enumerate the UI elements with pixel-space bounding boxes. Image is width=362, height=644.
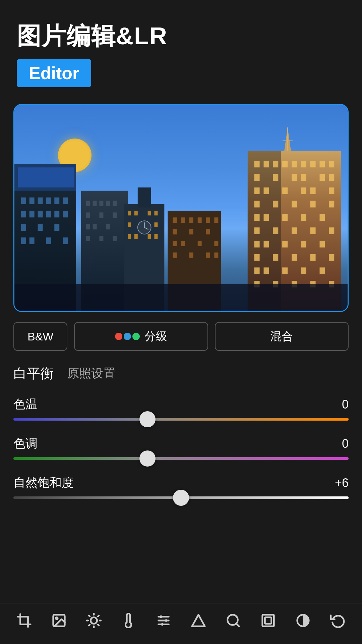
tint-track[interactable] (13, 457, 349, 460)
svg-point-148 (161, 623, 164, 626)
svg-rect-33 (106, 224, 110, 230)
shape-button[interactable] (191, 613, 206, 631)
svg-rect-80 (301, 161, 306, 168)
svg-rect-152 (262, 615, 274, 627)
svg-rect-29 (99, 213, 103, 218)
svg-rect-116 (254, 254, 260, 261)
svg-rect-125 (320, 268, 325, 274)
svg-rect-48 (128, 234, 131, 239)
svg-rect-13 (54, 211, 59, 218)
controls-panel: B&W 分级 混合 白平衡 原照设置 色温 0 色调 0 (0, 322, 362, 499)
svg-rect-84 (254, 174, 260, 181)
svg-rect-7 (54, 198, 59, 204)
svg-rect-97 (273, 201, 278, 208)
svg-rect-98 (292, 201, 297, 208)
temp-thumb[interactable] (139, 411, 156, 427)
svg-rect-51 (154, 234, 158, 239)
temp-label: 色温 (13, 396, 38, 413)
svg-rect-5 (38, 198, 43, 204)
vibrance-label: 自然饱和度 (13, 475, 74, 491)
svg-rect-16 (38, 224, 43, 231)
svg-rect-50 (148, 234, 151, 239)
svg-rect-6 (46, 198, 51, 204)
grading-tab-label: 分级 (144, 329, 167, 344)
svg-rect-67 (189, 253, 193, 258)
light-button[interactable] (86, 613, 102, 631)
triangle-icon (191, 613, 206, 631)
svg-rect-64 (198, 241, 202, 246)
svg-rect-2 (18, 168, 74, 188)
svg-rect-115 (320, 241, 325, 248)
crop-button[interactable] (16, 613, 32, 631)
svg-rect-58 (214, 218, 218, 223)
svg-rect-78 (282, 161, 288, 168)
image-icon (51, 613, 67, 631)
light-icon (86, 613, 102, 631)
svg-rect-59 (173, 229, 177, 234)
svg-rect-75 (254, 161, 260, 168)
svg-rect-108 (292, 228, 297, 234)
svg-rect-14 (63, 211, 68, 218)
tint-label: 色调 (13, 435, 38, 452)
adjust-button[interactable] (156, 613, 171, 631)
svg-rect-46 (128, 223, 131, 227)
svg-rect-63 (181, 241, 185, 246)
vibrance-thumb[interactable] (173, 490, 189, 506)
svg-rect-69 (214, 253, 218, 258)
svg-rect-122 (264, 268, 269, 274)
svg-rect-45 (154, 211, 158, 216)
svg-rect-109 (310, 228, 316, 234)
svg-rect-111 (254, 241, 260, 248)
svg-rect-100 (329, 201, 334, 208)
svg-rect-30 (113, 213, 117, 218)
svg-rect-76 (264, 161, 269, 168)
vibrance-track[interactable] (13, 496, 349, 499)
white-balance-value: 原照设置 (67, 365, 115, 382)
svg-rect-114 (301, 241, 306, 248)
temp-value: 0 (342, 397, 349, 412)
svg-line-141 (89, 625, 90, 626)
tint-slider-row: 色调 0 (13, 435, 349, 460)
svg-marker-149 (192, 615, 205, 627)
svg-rect-49 (134, 234, 138, 239)
svg-rect-61 (206, 229, 210, 234)
svg-rect-42 (128, 211, 131, 216)
svg-rect-4 (29, 198, 35, 204)
svg-rect-88 (320, 174, 325, 181)
temperature-button[interactable] (121, 613, 136, 631)
svg-rect-23 (86, 201, 90, 206)
svg-rect-53 (173, 218, 177, 223)
svg-rect-55 (189, 218, 193, 223)
svg-point-147 (165, 619, 168, 622)
adjust-icon (156, 613, 171, 631)
blend-tab[interactable]: 混合 (215, 322, 349, 351)
svg-rect-79 (292, 161, 297, 168)
white-balance-row: 白平衡 原照设置 (13, 364, 349, 383)
svg-rect-15 (21, 224, 26, 231)
temp-track[interactable] (13, 418, 349, 421)
zoom-button[interactable] (226, 613, 241, 631)
mode-tabs: B&W 分级 混合 (13, 322, 349, 351)
image-button[interactable] (51, 613, 67, 631)
bw-tab[interactable]: B&W (13, 322, 67, 351)
svg-rect-83 (329, 161, 334, 168)
svg-rect-57 (206, 218, 210, 223)
editor-badge: Editor (17, 59, 91, 87)
svg-rect-81 (310, 161, 316, 168)
bottom-toolbar (0, 603, 362, 644)
undo-button[interactable] (330, 613, 346, 631)
svg-rect-9 (21, 211, 26, 218)
svg-point-134 (90, 617, 97, 624)
circle-button[interactable] (295, 613, 311, 631)
svg-rect-118 (292, 254, 297, 261)
tint-thumb[interactable] (139, 450, 156, 467)
svg-rect-131 (14, 284, 348, 311)
frame-button[interactable] (260, 613, 276, 631)
vibrance-slider-row: 自然饱和度 +6 (13, 475, 349, 499)
svg-line-137 (89, 615, 90, 616)
svg-rect-31 (86, 224, 90, 230)
grading-tab[interactable]: 分级 (74, 322, 208, 351)
grading-icon (115, 333, 140, 340)
svg-rect-85 (273, 174, 278, 181)
svg-rect-90 (254, 187, 260, 194)
